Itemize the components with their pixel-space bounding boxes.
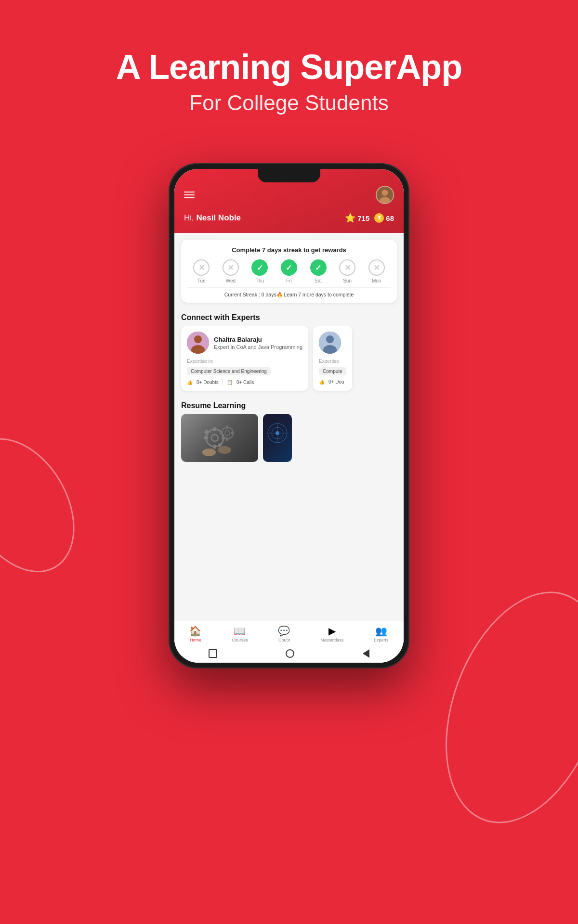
day-item-sat: ✓ Sat — [310, 259, 327, 283]
bottom-nav: 🏠 Home 📖 Courses 💬 Doubt ▶ Masterclass — [174, 621, 404, 645]
doubt-icon: 💬 — [278, 625, 290, 637]
masterclass-icon: ▶ — [328, 625, 336, 637]
svg-point-4 — [194, 335, 202, 343]
expert-top-1: Chaitra Balaraju Expert in CoA and Java … — [187, 332, 302, 354]
svg-rect-19 — [226, 425, 228, 429]
svg-point-29 — [276, 431, 279, 435]
android-back-btn[interactable] — [363, 649, 369, 658]
expert-card-1[interactable]: Chaitra Balaraju Expert in CoA and Java … — [181, 326, 308, 391]
svg-rect-22 — [231, 432, 234, 434]
day-label-thu: Thu — [256, 278, 264, 283]
menu-button[interactable] — [184, 192, 195, 198]
expert-stats-1: 👍 0+ Doubts 📋 0+ Calls — [187, 379, 302, 385]
day-circle-mon: ✕ — [368, 259, 385, 276]
resume-section-title: Resume Learning — [174, 396, 404, 414]
expertise-label-2: Expertise — [319, 359, 346, 364]
calls-icon-1: 📋 — [227, 380, 233, 385]
stat-divider-1 — [223, 379, 223, 385]
day-circle-thu: ✓ — [251, 259, 268, 276]
svg-point-23 — [202, 449, 216, 456]
doubts-count-2: 0+ Dou — [328, 379, 344, 385]
expert-stats-2: 👍 0+ Dou — [319, 379, 346, 385]
expertise-tag-2: Compute — [319, 367, 346, 375]
star-icon: ⭐ — [345, 213, 355, 223]
streak-card: Complete 7 days streak to get rewards ✕ … — [181, 240, 397, 303]
day-circle-wed: ✕ — [223, 259, 239, 276]
svg-rect-13 — [204, 436, 208, 439]
nav-home[interactable]: 🏠 Home — [189, 625, 201, 642]
stars-count: 715 — [357, 214, 369, 222]
greeting-text: Hi, Nesil Noble — [184, 213, 241, 223]
expert-card-2[interactable]: Expertise Compute 👍 0+ Dou — [313, 326, 352, 391]
day-circle-sat: ✓ — [310, 259, 327, 276]
app-screen: Hi, Nesil Noble ⭐ 715 ₹ 68 — [174, 169, 404, 663]
thumbs-icon-2: 👍 — [319, 379, 325, 385]
day-item-thu: ✓ Thu — [251, 259, 268, 283]
day-item-mon: ✕ Mon — [368, 259, 385, 283]
gears-icon — [200, 419, 239, 457]
course-thumb-2[interactable] — [263, 414, 292, 462]
svg-rect-20 — [226, 437, 228, 441]
day-item-fri: ✓ Fri — [281, 259, 297, 283]
day-label-wed: Wed — [226, 278, 236, 283]
circuit-icon — [263, 419, 292, 457]
hero-header: A Learning SuperApp For College Students — [0, 0, 578, 144]
experts-scroll[interactable]: Chaitra Balaraju Expert in CoA and Java … — [174, 326, 404, 396]
experts-icon: 👥 — [375, 625, 387, 637]
phone-inner: Hi, Nesil Noble ⭐ 715 ₹ 68 — [174, 169, 404, 663]
course-thumb-1[interactable] — [181, 414, 258, 462]
day-item-sun: ✕ Sun — [339, 259, 355, 283]
experts-section-title: Connect with Experts — [174, 308, 404, 326]
android-home-btn[interactable] — [286, 649, 294, 658]
user-avatar[interactable] — [376, 186, 394, 204]
home-label: Home — [190, 638, 201, 642]
streak-title: Complete 7 days streak to get rewards — [187, 246, 391, 254]
svg-point-2 — [380, 197, 390, 204]
thumbs-icon-1: 👍 — [187, 380, 193, 385]
day-label-mon: Mon — [372, 278, 381, 283]
expert-avatar-1 — [187, 332, 209, 354]
android-square-btn[interactable] — [209, 649, 217, 658]
phone-wrapper: Hi, Nesil Noble ⭐ 715 ₹ 68 — [0, 163, 578, 668]
coins-badge: ₹ 68 — [374, 213, 394, 223]
phone-notch — [258, 169, 320, 182]
rewards-row: ⭐ 715 ₹ 68 — [345, 213, 394, 223]
experts-label: Experts — [374, 638, 389, 642]
svg-point-18 — [225, 431, 230, 436]
main-title: A Learning SuperApp — [0, 48, 578, 86]
nav-doubt[interactable]: 💬 Doubt — [278, 625, 290, 642]
expert-info-1: Chaitra Balaraju Expert in CoA and Java … — [214, 336, 302, 350]
calls-count-1: 0+ Calls — [236, 380, 254, 385]
day-circle-sun: ✕ — [339, 259, 355, 276]
doubt-label: Doubt — [278, 638, 290, 642]
day-circle-tue: ✕ — [193, 259, 210, 276]
user-greeting: Hi, Nesil Noble ⭐ 715 ₹ 68 — [184, 213, 394, 223]
expertise-tag-1: Computer Science and Engineering — [187, 367, 271, 375]
expert-top-2 — [319, 332, 346, 354]
nav-courses[interactable]: 📖 Courses — [232, 625, 248, 642]
nav-experts[interactable]: 👥 Experts — [374, 625, 389, 642]
svg-point-24 — [218, 446, 231, 454]
courses-label: Courses — [232, 638, 248, 642]
day-item-wed: ✕ Wed — [223, 259, 239, 283]
courses-icon: 📖 — [234, 625, 246, 637]
coins-count: 68 — [386, 214, 394, 222]
day-label-sun: Sun — [343, 278, 352, 283]
courses-scroll[interactable] — [174, 414, 404, 467]
day-item-tue: ✕ Tue — [193, 259, 210, 283]
svg-point-10 — [211, 435, 218, 441]
svg-rect-21 — [220, 432, 223, 434]
streak-footer: Current Streak : 0 days🔥 Learn 7 more da… — [187, 287, 391, 298]
doubts-count-1: 0+ Doubts — [197, 380, 219, 385]
masterclass-label: Masterclass — [320, 638, 343, 642]
sub-title: For College Students — [0, 91, 578, 115]
greeting-hi: Hi, — [184, 213, 197, 222]
svg-point-1 — [382, 190, 388, 196]
top-bar — [184, 186, 394, 204]
expert-name-1: Chaitra Balaraju — [214, 336, 302, 343]
days-row: ✕ Tue ✕ Wed ✓ Thu — [187, 259, 391, 283]
nav-masterclass[interactable]: ▶ Masterclass — [320, 625, 343, 642]
day-label-tue: Tue — [197, 278, 206, 283]
expertise-label-1: Expertise in: — [187, 359, 302, 364]
svg-rect-12 — [213, 445, 216, 449]
